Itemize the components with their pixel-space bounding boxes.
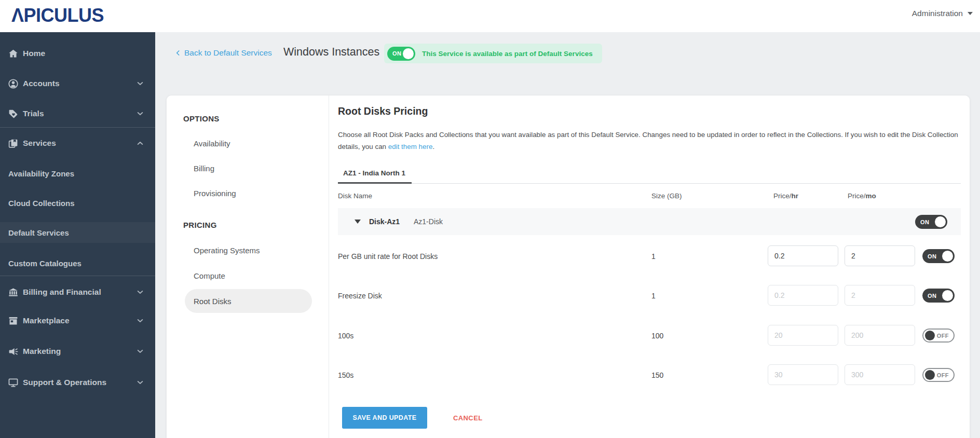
home-icon [7, 48, 19, 59]
section-description: Choose all Root Disk Packs and Collectio… [338, 129, 961, 153]
table-row-100s: 100s 100 OFF [338, 316, 961, 355]
column-header-price-hr: Price/hr [773, 192, 798, 200]
nav-item-provisioning[interactable]: Provisioning [194, 189, 236, 198]
row-toggle[interactable]: OFF [922, 328, 955, 343]
table-row-freesize-disk: Freesize Disk 1 ON [338, 276, 961, 315]
chevron-down-icon [136, 317, 144, 325]
sidebar-item-custom-catalogues[interactable]: Custom Catalogues [0, 253, 155, 273]
sidebar-item-marketing[interactable]: Marketing [0, 341, 155, 362]
sidebar-item-accounts[interactable]: Accounts [0, 73, 155, 94]
price-mo-input[interactable] [845, 285, 915, 306]
sidebar-divider [0, 127, 155, 128]
chevron-down-icon [136, 79, 144, 88]
price-hr-input[interactable] [768, 245, 838, 266]
column-header-size-gb: Size (GB) [651, 192, 682, 200]
apiculus-logo: ΛPICULUS [11, 5, 104, 26]
nav-item-operating-systems[interactable]: Operating Systems [194, 246, 260, 255]
bank-icon [7, 287, 19, 298]
toggle-knob [925, 331, 935, 340]
row-toggle[interactable]: OFF [922, 368, 955, 382]
sidebar-item-billing-and-financial[interactable]: Billing and Financial [0, 282, 155, 303]
price-hr-input[interactable] [768, 325, 838, 346]
options-section-title: OPTIONS [183, 114, 220, 123]
content-card: OPTIONS Availability Billing Provisionin… [166, 95, 970, 438]
megaphone-icon [7, 346, 19, 357]
nav-item-availability[interactable]: Availability [194, 139, 230, 148]
service-status-text: This Service is available as part of Def… [422, 50, 593, 58]
pricing-section-title: PRICING [183, 221, 217, 229]
sidebar-item-marketplace[interactable]: Marketplace [0, 310, 155, 331]
column-header-disk-name: Disk Name [338, 192, 372, 200]
tab-az1-india-north-1[interactable]: AZ1 - India North 1 [338, 165, 412, 184]
sidebar-item-trials[interactable]: Trials [0, 103, 155, 124]
disk-group-row: Disk-Az1 Az1-Disk ON [338, 208, 961, 235]
nav-item-root-disks-selected[interactable]: Root Disks [185, 289, 312, 313]
toggle-knob [403, 48, 414, 59]
row-toggle[interactable]: ON [922, 289, 955, 303]
sidebar-item-services[interactable]: Services [0, 133, 155, 154]
user-icon [7, 78, 19, 89]
sidebar-item-availability-zones[interactable]: Availability Zones [0, 163, 155, 184]
sidebar-item-cloud-collections[interactable]: Cloud Collections [0, 193, 155, 213]
sidebar-item-home[interactable]: Home [0, 43, 155, 64]
cancel-button[interactable]: CANCEL [453, 414, 483, 422]
toggle-knob [942, 251, 953, 262]
top-bar: ΛPICULUS Administration [0, 0, 980, 32]
az-tab-bar: AZ1 - India North 1 [338, 165, 961, 184]
chevron-down-icon [136, 110, 144, 118]
tag-heart-icon [7, 108, 19, 119]
page-title: Windows Instances [283, 46, 379, 59]
storefront-icon [7, 316, 19, 326]
sidebar-divider [0, 276, 155, 276]
sidebar: Home Accounts Trials Services Availabili… [0, 32, 155, 438]
table-row-per-gb: Per GB unit rate for Root Disks 1 ON [338, 236, 961, 276]
toggle-knob [925, 370, 935, 380]
administration-label: Administration [912, 9, 963, 18]
toggle-knob [935, 216, 946, 227]
chevron-down-icon [136, 378, 144, 387]
monitor-icon [7, 377, 19, 388]
section-title: Root Disks Pricing [338, 105, 428, 117]
toggle-knob [942, 290, 953, 301]
administration-menu[interactable]: Administration [912, 9, 973, 18]
row-toggle[interactable]: ON [922, 249, 955, 263]
service-availability-badge: ON This Service is available as part of … [384, 44, 602, 63]
collapse-triangle-icon[interactable] [355, 220, 361, 224]
chevron-down-icon [136, 347, 144, 355]
chevron-down-icon [968, 12, 973, 15]
price-hr-input[interactable] [768, 285, 838, 306]
column-header-price-mo: Price/mo [848, 192, 876, 200]
service-toggle[interactable]: ON [387, 47, 415, 61]
panel-divider [329, 95, 329, 438]
disk-group-subtitle: Az1-Disk [414, 217, 443, 226]
nav-item-compute[interactable]: Compute [194, 271, 225, 280]
disk-group-toggle[interactable]: ON [915, 215, 947, 229]
price-mo-input[interactable] [845, 364, 915, 385]
table-row-150s: 150s 150 OFF [338, 355, 961, 394]
edit-them-here-link[interactable]: edit them here [388, 143, 433, 150]
services-icon [7, 138, 19, 149]
sidebar-item-support-operations[interactable]: Support & Operations [0, 372, 155, 393]
chevron-up-icon [136, 139, 144, 147]
back-to-default-services-link[interactable]: Back to Default Services [174, 48, 272, 58]
chevron-left-icon [174, 49, 182, 57]
nav-item-billing[interactable]: Billing [194, 164, 214, 173]
price-mo-input[interactable] [845, 325, 915, 346]
disk-group-name: Disk-Az1 [369, 217, 400, 226]
chevron-down-icon [136, 288, 144, 296]
save-and-update-button[interactable]: SAVE AND UPDATE [342, 407, 427, 429]
sidebar-item-default-services[interactable]: Default Services [0, 222, 155, 243]
price-mo-input[interactable] [845, 245, 915, 266]
price-hr-input[interactable] [768, 364, 838, 385]
